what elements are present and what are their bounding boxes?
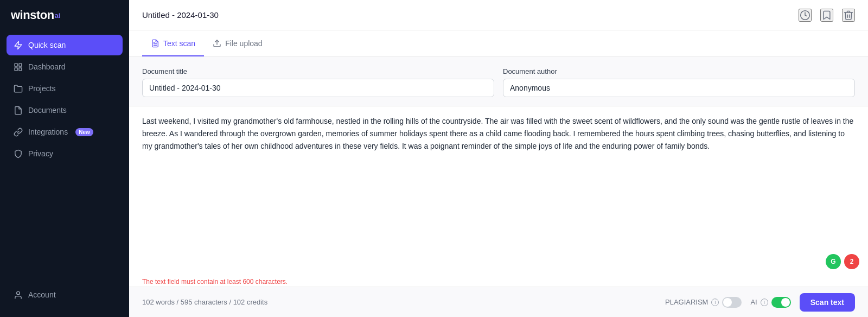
zap-icon xyxy=(13,40,23,50)
bottom-right-controls: PLAGIARISM i AI i Scan text xyxy=(665,293,855,312)
scan-text-button[interactable]: Scan text xyxy=(800,293,855,312)
sidebar-item-label: Documents xyxy=(28,106,67,115)
plagiarism-info-icon[interactable]: i xyxy=(711,299,719,306)
tab-file-upload-label: File upload xyxy=(225,39,263,48)
topbar: Untitled - 2024-01-30 xyxy=(129,0,868,30)
svg-point-5 xyxy=(16,291,20,295)
topbar-actions xyxy=(799,9,855,22)
textarea-wrapper: Last weekend, I visited my grandmother's… xyxy=(129,106,868,276)
tab-text-scan-label: Text scan xyxy=(163,39,195,48)
ai-label: AI xyxy=(750,298,757,306)
shield-icon xyxy=(13,149,23,158)
grammarly-icon[interactable]: G xyxy=(826,254,841,269)
app-name-suffix: ai xyxy=(55,11,61,20)
document-title: Untitled - 2024-01-30 xyxy=(142,10,219,20)
ai-toggle-knob xyxy=(781,298,790,307)
correction-icon[interactable]: 2 xyxy=(844,254,859,269)
sidebar-bottom: Account xyxy=(0,278,129,317)
sidebar-item-privacy[interactable]: Privacy xyxy=(7,143,123,164)
grid-icon xyxy=(13,62,23,72)
sidebar-item-dashboard[interactable]: Dashboard xyxy=(7,56,123,77)
error-text: The text field must contain at least 600… xyxy=(142,278,288,286)
document-textarea[interactable]: Last weekend, I visited my grandmother's… xyxy=(129,106,868,276)
error-message: The text field must contain at least 600… xyxy=(129,276,868,287)
sidebar-item-documents[interactable]: Documents xyxy=(7,100,123,121)
app-name: winston xyxy=(11,8,54,22)
sidebar-nav: Quick scan Dashboard Projects Documents xyxy=(0,30,129,278)
sidebar-item-label: Integrations xyxy=(28,128,68,136)
svg-rect-2 xyxy=(18,64,21,66)
ai-toggle-group: AI i xyxy=(750,297,790,308)
plagiarism-toggle-group: PLAGIARISM i xyxy=(665,297,742,308)
ai-toggle[interactable] xyxy=(771,297,791,308)
author-input[interactable] xyxy=(503,79,855,97)
ai-info-icon[interactable]: i xyxy=(761,299,768,306)
sidebar-item-label: Dashboard xyxy=(28,62,66,71)
plagiarism-toggle[interactable] xyxy=(722,297,742,308)
svg-rect-1 xyxy=(15,64,17,66)
floating-icons: G 2 xyxy=(826,254,859,269)
file-upload-icon xyxy=(213,39,221,48)
sidebar: winstonai Quick scan Dashboard Projects xyxy=(0,0,129,317)
document-form: Document title Document author xyxy=(129,56,868,106)
text-scan-icon xyxy=(151,39,159,48)
sidebar-item-label: Privacy xyxy=(28,149,53,158)
sidebar-item-account[interactable]: Account xyxy=(7,284,123,305)
svg-marker-0 xyxy=(15,41,22,49)
word-count: 102 words / 595 characters / 102 credits xyxy=(142,298,267,306)
title-group: Document title xyxy=(142,67,494,97)
plagiarism-toggle-knob xyxy=(723,298,732,307)
title-input[interactable] xyxy=(142,79,494,97)
title-label: Document title xyxy=(142,67,494,75)
sidebar-item-label: Quick scan xyxy=(28,41,66,49)
sidebar-item-label: Projects xyxy=(28,84,56,93)
author-group: Document author xyxy=(503,67,855,97)
svg-rect-3 xyxy=(18,67,21,70)
sidebar-item-quick-scan[interactable]: Quick scan xyxy=(7,35,123,55)
clock-button[interactable] xyxy=(799,9,812,22)
main-content: Untitled - 2024-01-30 Text scan File upl… xyxy=(129,0,868,317)
link-icon xyxy=(13,127,23,137)
file-icon xyxy=(13,105,23,115)
tab-text-scan[interactable]: Text scan xyxy=(142,30,204,56)
author-label: Document author xyxy=(503,67,855,75)
trash-button[interactable] xyxy=(842,9,855,22)
bottom-bar: 102 words / 595 characters / 102 credits… xyxy=(129,287,868,317)
user-icon xyxy=(13,290,23,300)
bookmark-button[interactable] xyxy=(820,9,833,22)
folder-icon xyxy=(13,84,23,93)
sidebar-item-label: Account xyxy=(28,290,56,299)
sidebar-item-projects[interactable]: Projects xyxy=(7,78,123,99)
logo: winstonai xyxy=(0,0,129,30)
sidebar-item-integrations[interactable]: Integrations New xyxy=(7,122,123,142)
plagiarism-label: PLAGIARISM xyxy=(665,298,708,306)
svg-rect-4 xyxy=(15,67,17,70)
tabs-bar: Text scan File upload xyxy=(129,30,868,56)
new-badge: New xyxy=(75,128,93,136)
tab-file-upload[interactable]: File upload xyxy=(204,30,271,56)
